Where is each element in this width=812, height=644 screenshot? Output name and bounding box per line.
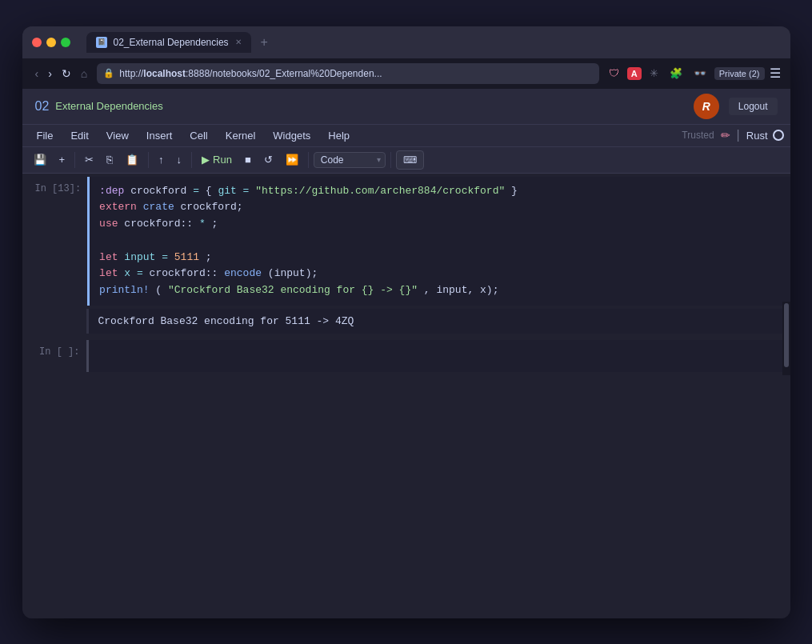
keyboard-shortcut-button[interactable]: ⌨ xyxy=(396,150,424,170)
copy-button[interactable]: ⎘ xyxy=(102,150,118,169)
close-button[interactable] xyxy=(32,38,42,47)
cell-type-select[interactable]: Code Markdown Raw xyxy=(314,152,386,168)
trusted-label: Trusted xyxy=(682,130,714,141)
menu-kernel[interactable]: Kernel xyxy=(218,126,264,145)
menu-view[interactable]: View xyxy=(98,126,137,145)
use-keyword: use xyxy=(99,218,118,230)
kernel-status: Rust xyxy=(746,130,784,142)
move-up-button[interactable]: ↑ xyxy=(154,150,169,169)
forward-button[interactable]: › xyxy=(45,66,55,82)
extension-puzzle-icon[interactable]: 🧩 xyxy=(666,66,686,81)
notebook-title: External Dependencies xyxy=(55,100,162,112)
string-value: "https://github.com/archer884/crockford" xyxy=(255,185,505,197)
home-button[interactable]: ⌂ xyxy=(78,66,90,82)
menu-widgets[interactable]: Widgets xyxy=(265,126,318,145)
menu-button[interactable]: ☰ xyxy=(770,66,781,81)
cell-type-wrapper: Code Markdown Raw ▾ xyxy=(314,152,386,168)
extension-star-icon[interactable]: ✳ xyxy=(646,66,662,81)
code-line-4 xyxy=(99,233,780,250)
kernel-name: Rust xyxy=(746,130,768,142)
fn-call: encode xyxy=(224,267,262,279)
number-literal: 5111 xyxy=(174,251,199,263)
move-down-button[interactable]: ↓ xyxy=(172,150,187,169)
nav-buttons: ‹ › ↻ ⌂ xyxy=(32,66,91,82)
extension-a-icon[interactable]: A xyxy=(627,67,642,80)
refresh-button[interactable]: ↻ xyxy=(58,66,74,82)
menu-items: File Edit View Insert Cell Kernel Widget… xyxy=(29,126,358,145)
browser-actions: 🛡 A ✳ 🧩 👓 Private (2) ☰ xyxy=(606,66,781,81)
menu-cell[interactable]: Cell xyxy=(182,126,215,145)
empty-cell-input: In [ ]: xyxy=(22,340,790,372)
rust-logo: R xyxy=(694,94,719,119)
maximize-button[interactable] xyxy=(61,38,70,47)
restart-button[interactable]: ↺ xyxy=(259,150,278,169)
empty-cell-number: In [ ]: xyxy=(22,340,86,372)
separator-bar: | xyxy=(737,128,740,142)
notebook-header: 02 External Dependencies R Logout xyxy=(22,89,790,125)
code-line-3: use crockford:: * ; xyxy=(99,216,780,233)
toolbar-divider-3 xyxy=(191,152,192,168)
active-tab[interactable]: 📓 02_External Dependencies ✕ xyxy=(86,32,251,53)
menu-bar: File Edit View Insert Cell Kernel Widget… xyxy=(22,125,790,147)
notebook: 02 External Dependencies R Logout File E… xyxy=(22,89,790,618)
run-label: Run xyxy=(213,154,232,166)
x-var: x xyxy=(124,267,130,279)
empty-cell-content[interactable] xyxy=(86,340,790,372)
address-bar: ‹ › ↻ ⌂ 🔒 http://localhost:8888/notebook… xyxy=(22,58,790,89)
let-keyword: let xyxy=(99,251,118,263)
restart-run-button[interactable]: ⏩ xyxy=(281,150,303,169)
tab-close-button[interactable]: ✕ xyxy=(235,38,242,46)
output-text: Crockford Base32 encoding for 5111 -> 4Z… xyxy=(98,315,354,327)
minimize-button[interactable] xyxy=(46,38,56,47)
title-bar: 📓 02_External Dependencies ✕ + xyxy=(22,26,790,58)
brave-shield-icon[interactable]: 🛡 xyxy=(606,66,622,81)
glasses-icon[interactable]: 👓 xyxy=(690,66,710,81)
save-button[interactable]: 💾 xyxy=(29,150,51,169)
dep-keyword: :dep xyxy=(99,185,124,197)
crate-keyword: crate xyxy=(143,201,174,213)
menu-insert[interactable]: Insert xyxy=(138,126,181,145)
cut-button[interactable]: ✂ xyxy=(80,150,98,169)
println-macro: println! xyxy=(99,284,149,296)
input-var: input xyxy=(124,251,155,263)
trusted-icon: ✏ xyxy=(721,129,730,142)
tab-title: 02_External Dependencies xyxy=(114,37,229,48)
stop-button[interactable]: ■ xyxy=(240,150,256,169)
toolbar-divider-4 xyxy=(308,152,309,168)
let-keyword-2: let xyxy=(99,267,118,279)
tab-bar: 📓 02_External Dependencies ✕ + xyxy=(86,32,781,53)
notebook-body: In [13]: :dep crockford = { git = "https… xyxy=(22,174,790,376)
code-line-1: :dep crockford = { git = "https://github… xyxy=(99,183,780,200)
run-button[interactable]: ▶ Run xyxy=(197,150,237,169)
scrollbar-thumb[interactable] xyxy=(784,303,789,367)
format-string: "Crockford Base32 encoding for {} -> {}" xyxy=(168,284,418,296)
git-keyword: git xyxy=(218,185,236,197)
add-cell-button[interactable]: + xyxy=(54,150,70,169)
toolbar-divider-2 xyxy=(148,152,149,168)
private-badge: Private (2) xyxy=(714,67,765,80)
new-tab-button[interactable]: + xyxy=(254,32,274,53)
lock-icon: 🔒 xyxy=(103,68,114,78)
logout-button[interactable]: Logout xyxy=(729,98,778,115)
tab-icon: 📓 xyxy=(96,37,107,48)
cell-code-content[interactable]: :dep crockford = { git = "https://github… xyxy=(87,177,790,306)
menu-file[interactable]: File xyxy=(29,126,62,145)
menu-edit[interactable]: Edit xyxy=(62,126,96,145)
code-line-6: let x = crockford:: encode (input); xyxy=(99,266,780,282)
back-button[interactable]: ‹ xyxy=(32,66,42,82)
paste-button[interactable]: 📋 xyxy=(121,150,143,169)
private-label: Private (2) xyxy=(719,69,760,78)
extern-keyword: extern xyxy=(99,201,137,213)
menu-help[interactable]: Help xyxy=(320,126,358,145)
url-text: http://localhost:8888/notebooks/02_Exter… xyxy=(119,68,382,79)
kernel-circle-icon xyxy=(773,130,784,141)
toolbar: 💾 + ✂ ⎘ 📋 ↑ ↓ ▶ Run ■ ↺ ⏩ Code Markdown xyxy=(22,147,790,174)
cell-input-area: In [13]: :dep crockford = { git = "https… xyxy=(22,177,790,306)
address-input[interactable]: 🔒 http://localhost:8888/notebooks/02_Ext… xyxy=(97,63,598,84)
code-line-5: let input = 5111 ; xyxy=(99,250,780,266)
notebook-number: 02 xyxy=(35,99,50,114)
code-cell: In [13]: :dep crockford = { git = "https… xyxy=(22,177,790,306)
scrollbar-track[interactable] xyxy=(782,302,790,376)
output-area: Crockford Base32 encoding for 5111 -> 4Z… xyxy=(86,309,790,334)
menu-right: Trusted ✏ | Rust xyxy=(682,128,783,142)
